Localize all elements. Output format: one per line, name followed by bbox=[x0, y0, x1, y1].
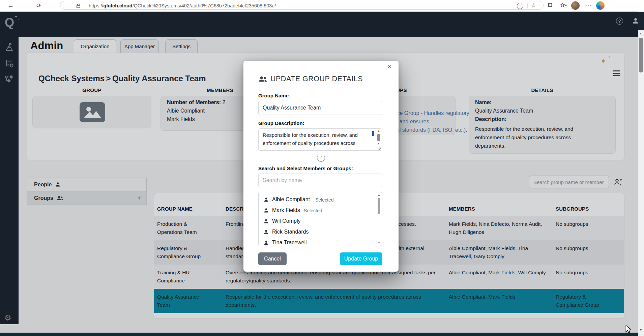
member-option-name: Mark Fields bbox=[272, 207, 300, 213]
browser-back-icon[interactable]: ← bbox=[7, 2, 14, 9]
url-text[interactable]: https://qlutch.cloud/QCheck%20Systems/40… bbox=[89, 3, 277, 8]
person-icon bbox=[263, 240, 269, 246]
person-icon bbox=[263, 208, 269, 213]
group-name-label: Group Name: bbox=[258, 93, 290, 98]
text-caret bbox=[372, 131, 374, 136]
person-icon bbox=[263, 229, 269, 235]
close-icon[interactable]: × bbox=[388, 63, 391, 70]
member-option[interactable]: Will Comply bbox=[259, 216, 382, 226]
scrollbar-down-icon[interactable]: ▼ bbox=[639, 328, 642, 332]
member-option[interactable]: Albie Compliant Selected bbox=[259, 194, 382, 205]
mouse-cursor bbox=[625, 325, 633, 334]
member-search-label: Search and Select Members or Groups: bbox=[258, 165, 353, 171]
member-option-name: Albie Compliant bbox=[272, 196, 310, 203]
member-option-name: Rick Standards bbox=[272, 229, 309, 235]
browser-menu-icon[interactable]: ⋯ bbox=[585, 2, 591, 8]
update-group-button[interactable]: Update Group bbox=[340, 252, 382, 265]
modal-header: UPDATE GROUP DETAILS bbox=[258, 75, 363, 83]
divider bbox=[527, 3, 528, 8]
modal-title: UPDATE GROUP DETAILS bbox=[270, 75, 363, 83]
member-selected-badge: Selected bbox=[304, 208, 322, 213]
update-group-modal: × UPDATE GROUP DETAILS Group Name: Group… bbox=[243, 61, 399, 272]
copilot-icon[interactable] bbox=[596, 1, 605, 10]
textarea-scroll-down-icon[interactable]: ▼ bbox=[377, 143, 380, 145]
member-option[interactable]: Mark Fields Selected bbox=[259, 205, 382, 216]
resize-grip-icon[interactable] bbox=[377, 146, 381, 150]
member-search-input[interactable] bbox=[258, 174, 382, 187]
favorites-bar-icon[interactable] bbox=[560, 2, 567, 9]
list-scrollbar-thumb[interactable] bbox=[378, 198, 380, 214]
cancel-button[interactable]: Cancel bbox=[258, 252, 287, 265]
group-people-icon bbox=[258, 75, 267, 83]
textarea-scrollbar-thumb[interactable] bbox=[377, 134, 380, 141]
info-icon[interactable]: i bbox=[317, 154, 325, 162]
member-selected-badge: Selected bbox=[315, 197, 333, 203]
list-scroll-up-icon[interactable]: ▲ bbox=[378, 194, 380, 196]
member-option-name: Tina Tracewell bbox=[272, 240, 307, 246]
address-bar[interactable]: https://qlutch.cloud/QCheck%20Systems/40… bbox=[60, 1, 544, 10]
member-select-list: Albie Compliant Selected Mark Fields Sel… bbox=[258, 192, 382, 246]
person-icon bbox=[263, 218, 269, 224]
extensions-puzzle-icon[interactable] bbox=[547, 2, 553, 9]
member-option[interactable]: Tina Tracewell bbox=[259, 237, 382, 246]
divider bbox=[557, 3, 557, 8]
member-option-name: Will Comply bbox=[272, 218, 300, 224]
site-lock-icon[interactable] bbox=[76, 3, 81, 8]
page-scrollbar-thumb[interactable] bbox=[639, 38, 643, 72]
group-name-input[interactable] bbox=[258, 101, 382, 115]
browser-toolbar: ← ⟳ https://qlutch.cloud/QCheck%20System… bbox=[0, 0, 644, 12]
member-option[interactable]: Rick Standards bbox=[259, 226, 382, 237]
textarea-scroll-up-icon[interactable]: ▲ bbox=[377, 130, 380, 132]
browser-refresh-icon[interactable]: ⟳ bbox=[36, 3, 41, 8]
list-scroll-down-icon[interactable]: ▼ bbox=[378, 242, 380, 245]
page-scrollbar[interactable] bbox=[638, 30, 644, 336]
screen: ← ⟳ https://qlutch.cloud/QCheck%20System… bbox=[0, 0, 644, 336]
scrollbar-up-icon[interactable]: ▲ bbox=[639, 32, 642, 35]
person-icon bbox=[263, 197, 269, 203]
group-description-label: Group Description: bbox=[258, 120, 304, 126]
favorite-star-icon[interactable]: ☆ bbox=[531, 2, 536, 8]
permissions-icon[interactable]: ⋯ bbox=[517, 3, 523, 9]
browser-profile-avatar[interactable] bbox=[571, 1, 580, 10]
group-description-textarea[interactable]: Responsible for the execution, review, a… bbox=[258, 128, 382, 151]
